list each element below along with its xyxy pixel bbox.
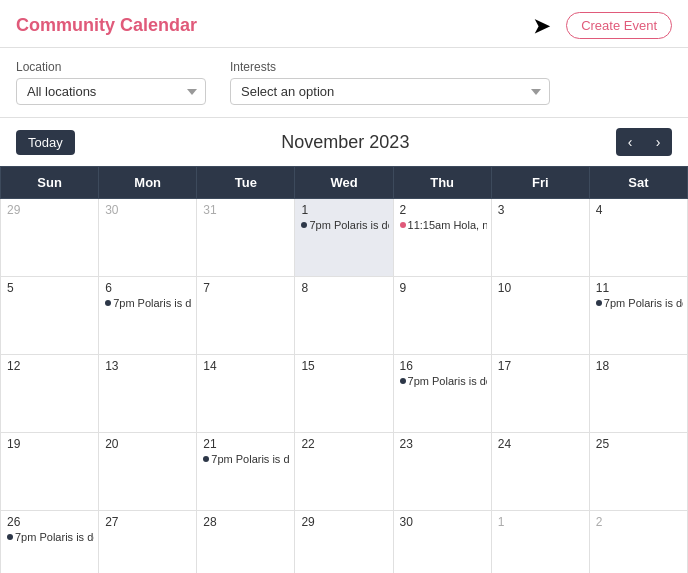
calendar-cell[interactable]: 12 [1, 355, 99, 433]
day-number: 12 [7, 359, 94, 373]
event-dot [203, 456, 209, 462]
calendar-cell[interactable]: 2 [589, 511, 687, 574]
month-title: November 2023 [281, 132, 409, 153]
day-number: 13 [105, 359, 192, 373]
day-number: 9 [400, 281, 487, 295]
calendar-cell[interactable]: 267pm Polaris is doing a Ti [1, 511, 99, 574]
day-number: 10 [498, 281, 585, 295]
event-item[interactable]: 7pm Polaris is doing a Ti [203, 453, 290, 465]
event-dot [7, 534, 13, 540]
calendar-nav: Today November 2023 ‹ › [0, 118, 688, 166]
day-number: 17 [498, 359, 585, 373]
calendar-cell[interactable]: 217pm Polaris is doing a Ti [197, 433, 295, 511]
calendar-cell[interactable]: 117pm Polaris is doing a Ti [589, 277, 687, 355]
event-text: 7pm Polaris is doing a Ti [211, 453, 290, 465]
day-header: Wed [295, 167, 393, 199]
location-filter-group: Location All locations [16, 60, 206, 105]
event-text: 7pm Polaris is doing a Ti [309, 219, 388, 231]
day-number: 16 [400, 359, 487, 373]
calendar-cell[interactable]: 8 [295, 277, 393, 355]
day-number: 8 [301, 281, 388, 295]
header-right: ➤ Create Event [533, 12, 672, 39]
calendar-cell[interactable]: 20 [99, 433, 197, 511]
calendar-cell[interactable]: 3 [491, 199, 589, 277]
day-header: Mon [99, 167, 197, 199]
header: Community Calendar ➤ Create Event [0, 0, 688, 48]
day-header: Fri [491, 167, 589, 199]
calendar-cell[interactable]: 23 [393, 433, 491, 511]
calendar-cell[interactable]: 67pm Polaris is doing a Ti [99, 277, 197, 355]
prev-month-button[interactable]: ‹ [616, 128, 644, 156]
day-number: 26 [7, 515, 94, 529]
calendar-cell[interactable]: 5 [1, 277, 99, 355]
day-number: 22 [301, 437, 388, 451]
day-number: 2 [400, 203, 487, 217]
event-item[interactable]: 7pm Polaris is doing a Ti [7, 531, 94, 543]
event-dot [301, 222, 307, 228]
calendar-cell[interactable]: 167pm Polaris is doing a Ti [393, 355, 491, 433]
day-header: Thu [393, 167, 491, 199]
event-item[interactable]: 7pm Polaris is doing a Ti [596, 297, 683, 309]
day-number: 18 [596, 359, 683, 373]
arrow-indicator: ➤ [533, 14, 550, 38]
event-item[interactable]: 7pm Polaris is doing a Ti [105, 297, 192, 309]
calendar-cell[interactable]: 28 [197, 511, 295, 574]
event-item[interactable]: 11:15am Hola, nuevo eve [400, 219, 487, 231]
event-text: 11:15am Hola, nuevo eve [408, 219, 487, 231]
event-dot [400, 378, 406, 384]
day-number: 23 [400, 437, 487, 451]
calendar-cell[interactable]: 30 [393, 511, 491, 574]
calendar-cell[interactable]: 29 [1, 199, 99, 277]
interests-select[interactable]: Select an option [230, 78, 550, 105]
day-number: 20 [105, 437, 192, 451]
day-number: 29 [7, 203, 94, 217]
create-event-button[interactable]: Create Event [566, 12, 672, 39]
calendar-cell[interactable]: 17 [491, 355, 589, 433]
event-text: 7pm Polaris is doing a Ti [15, 531, 94, 543]
location-label: Location [16, 60, 206, 74]
event-dot [596, 300, 602, 306]
event-text: 7pm Polaris is doing a Ti [408, 375, 487, 387]
day-header: Sun [1, 167, 99, 199]
day-number: 30 [400, 515, 487, 529]
calendar-cell[interactable]: 7 [197, 277, 295, 355]
calendar-cell[interactable]: 4 [589, 199, 687, 277]
event-dot [105, 300, 111, 306]
calendar-cell[interactable]: 18 [589, 355, 687, 433]
calendar-table: SunMonTueWedThuFriSat 29303117pm Polaris… [0, 166, 688, 573]
nav-arrows: ‹ › [616, 128, 672, 156]
calendar-cell[interactable]: 27 [99, 511, 197, 574]
calendar-cell[interactable]: 211:15am Hola, nuevo eve [393, 199, 491, 277]
calendar-cell[interactable]: 14 [197, 355, 295, 433]
next-month-button[interactable]: › [644, 128, 672, 156]
calendar-cell[interactable]: 17pm Polaris is doing a Ti [295, 199, 393, 277]
calendar-cell[interactable]: 31 [197, 199, 295, 277]
location-select[interactable]: All locations [16, 78, 206, 105]
day-header: Sat [589, 167, 687, 199]
filters-bar: Location All locations Interests Select … [0, 48, 688, 118]
day-number: 3 [498, 203, 585, 217]
today-button[interactable]: Today [16, 130, 75, 155]
day-number: 7 [203, 281, 290, 295]
day-header: Tue [197, 167, 295, 199]
calendar-cell[interactable]: 29 [295, 511, 393, 574]
calendar-cell[interactable]: 1 [491, 511, 589, 574]
calendar-cell[interactable]: 13 [99, 355, 197, 433]
calendar-cell[interactable]: 22 [295, 433, 393, 511]
calendar-cell[interactable]: 15 [295, 355, 393, 433]
event-text: 7pm Polaris is doing a Ti [604, 297, 683, 309]
day-number: 31 [203, 203, 290, 217]
calendar-cell[interactable]: 19 [1, 433, 99, 511]
calendar-cell[interactable]: 9 [393, 277, 491, 355]
event-item[interactable]: 7pm Polaris is doing a Ti [400, 375, 487, 387]
day-number: 4 [596, 203, 683, 217]
day-number: 15 [301, 359, 388, 373]
calendar-cell[interactable]: 30 [99, 199, 197, 277]
calendar-cell[interactable]: 25 [589, 433, 687, 511]
day-number: 30 [105, 203, 192, 217]
event-text: 7pm Polaris is doing a Ti [113, 297, 192, 309]
event-item[interactable]: 7pm Polaris is doing a Ti [301, 219, 388, 231]
calendar-cell[interactable]: 24 [491, 433, 589, 511]
day-number: 11 [596, 281, 683, 295]
calendar-cell[interactable]: 10 [491, 277, 589, 355]
